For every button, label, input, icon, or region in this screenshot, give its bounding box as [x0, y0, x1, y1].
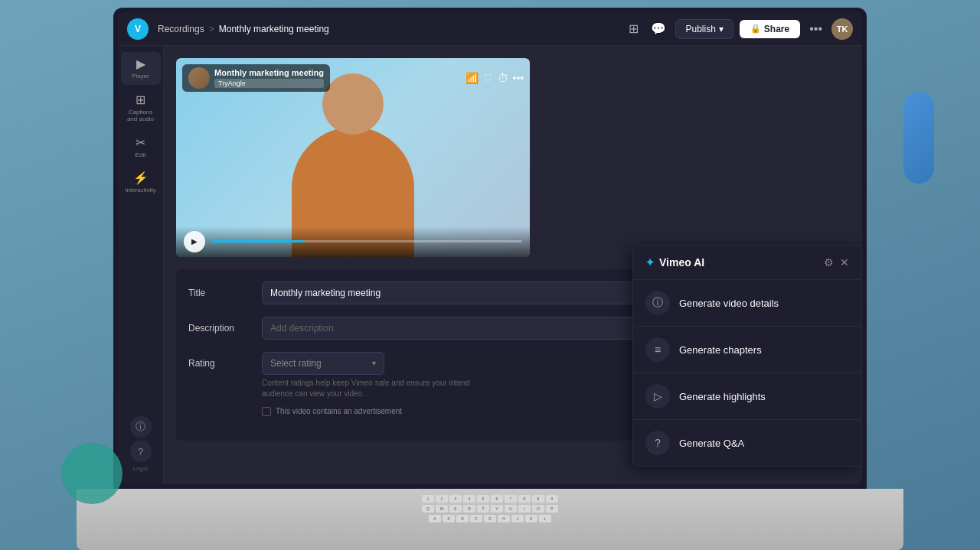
qa-icon: ?	[645, 431, 670, 455]
chevron-down-icon: ▾	[719, 24, 724, 34]
description-label: Description	[188, 317, 250, 334]
ai-title-text: Vimeo AI	[659, 256, 704, 268]
highlights-icon: ▷	[645, 384, 670, 408]
breadcrumb-separator: >	[209, 24, 214, 34]
sidebar-bottom: ⓘ ? Legal	[130, 416, 152, 478]
sidebar: ▶ Player ⊞ Captionsand audio ✂ Edit ⚡	[118, 46, 164, 484]
ai-generate-chapters[interactable]: ≡ Generate chapters	[633, 327, 861, 373]
video-channel-avatar	[188, 67, 210, 89]
rating-chevron-icon: ▾	[372, 359, 376, 367]
play-button[interactable]: ▶	[184, 231, 205, 252]
keyboard: 123 456 789 0 QWE RTY UIO P ASD FGH JKL	[77, 489, 903, 550]
ai-panel-title: ✦ Vimeo AI	[645, 256, 704, 268]
breadcrumb: Recordings > Monthly marketing meeting	[158, 24, 329, 34]
ad-checkbox[interactable]	[262, 407, 271, 416]
video-player[interactable]: Monthly marketing meeting TryAngle 📶 ♡ ⏱…	[176, 58, 530, 257]
ai-generate-highlights[interactable]: ▷ Generate highlights	[633, 373, 861, 420]
title-label: Title	[188, 282, 250, 298]
sidebar-label-edit: Edit	[136, 151, 146, 159]
ai-generate-details[interactable]: ⓘ Generate video details	[633, 280, 861, 327]
progress-fill	[211, 240, 305, 242]
ai-qa-label: Generate Q&A	[679, 438, 744, 449]
teal-decoration	[61, 443, 122, 504]
blue-cylinder-decoration	[903, 92, 934, 184]
sidebar-item-edit[interactable]: ✂ Edit	[121, 131, 161, 164]
ai-chapters-label: Generate chapters	[679, 344, 762, 356]
ad-checkbox-row: This video contains an advertisement	[262, 407, 492, 416]
publish-button[interactable]: Publish ▾	[675, 19, 733, 39]
breadcrumb-recordings[interactable]: Recordings	[158, 24, 204, 34]
breadcrumb-current: Monthly marketing meeting	[219, 24, 329, 34]
lock-icon: 🔒	[750, 24, 761, 34]
chat-button[interactable]: 💬	[648, 18, 669, 39]
keyboard-keys: 123 456 789 0 QWE RTY UIO P ASD FGH JKL	[77, 489, 903, 526]
ai-settings-button[interactable]: ⚙	[824, 256, 834, 268]
vimeo-logo: V	[127, 18, 149, 40]
share-label: Share	[764, 24, 789, 34]
rating-label: Rating	[188, 352, 250, 369]
clock-icon[interactable]: ⏱	[498, 72, 508, 84]
top-bar: V Recordings > Monthly marketing meeting…	[118, 12, 862, 46]
help-circle-button[interactable]: ?	[130, 441, 152, 462]
video-overlay-top: Monthly marketing meeting TryAngle 📶 ♡ ⏱…	[182, 64, 524, 92]
ad-label: This video contains an advertisement	[276, 407, 402, 415]
sidebar-label-interactivity: Interactivity	[125, 187, 155, 194]
ai-panel: ✦ Vimeo AI ⚙ ✕ ⓘ Generate video	[632, 245, 862, 467]
info-circle-button[interactable]: ⓘ	[130, 416, 152, 438]
chapters-icon: ≡	[645, 337, 670, 362]
video-title-info: Monthly marketing meeting TryAngle	[214, 68, 324, 88]
main-content: ▶ Player ⊞ Captionsand audio ✂ Edit ⚡	[118, 46, 862, 484]
wifi-icon[interactable]: 📶	[466, 72, 479, 84]
sidebar-label-player: Player	[132, 73, 149, 80]
ai-close-button[interactable]: ✕	[840, 256, 849, 268]
progress-bar[interactable]	[211, 240, 522, 242]
video-top-actions: 📶 ♡ ⏱ •••	[466, 72, 524, 84]
grid-view-button[interactable]: ⊞	[626, 18, 642, 39]
top-bar-actions: ⊞ 💬 Publish ▾ 🔒 Share ••• TK	[626, 18, 853, 40]
content-area: Monthly marketing meeting TryAngle 📶 ♡ ⏱…	[164, 46, 862, 484]
sparkle-icon: ✦	[645, 256, 655, 268]
sidebar-item-player[interactable]: ▶ Player	[121, 52, 161, 85]
avatar-initials: TK	[837, 24, 848, 34]
video-controls: ▶	[176, 226, 530, 257]
ai-panel-header-actions: ⚙ ✕	[824, 256, 849, 268]
rating-select[interactable]: Select rating ▾	[262, 352, 384, 375]
video-source-badge: TryAngle	[214, 79, 324, 88]
captions-icon: ⊞	[136, 93, 145, 107]
player-icon: ▶	[136, 57, 145, 71]
sidebar-label-captions: Captionsand audio	[127, 109, 154, 123]
ai-highlights-label: Generate highlights	[679, 391, 766, 402]
ai-panel-header: ✦ Vimeo AI ⚙ ✕	[633, 246, 861, 280]
legal-label: Legal	[133, 465, 149, 472]
video-title-text: Monthly marketing meeting	[214, 68, 324, 77]
rating-placeholder: Select rating	[270, 358, 322, 369]
heart-icon[interactable]: ♡	[483, 72, 493, 84]
user-avatar[interactable]: TK	[831, 18, 853, 40]
rating-help-text: Content ratings help keep Vimeo safe and…	[262, 378, 492, 399]
publish-label: Publish	[685, 24, 715, 34]
video-title-badge: Monthly marketing meeting TryAngle	[182, 64, 330, 92]
sidebar-item-captions[interactable]: ⊞ Captionsand audio	[121, 88, 161, 128]
info-icon: ⓘ	[645, 291, 670, 315]
share-button[interactable]: 🔒 Share	[740, 20, 800, 38]
more-icon[interactable]: •••	[513, 72, 524, 84]
more-options-button[interactable]: •••	[806, 19, 825, 39]
ai-details-label: Generate video details	[679, 298, 779, 309]
interactivity-icon: ⚡	[133, 171, 149, 185]
sidebar-item-interactivity[interactable]: ⚡ Interactivity	[121, 166, 161, 199]
rating-wrapper: Select rating ▾ Content ratings help kee…	[262, 352, 492, 416]
edit-icon: ✂	[136, 135, 145, 150]
ai-generate-qa[interactable]: ? Generate Q&A	[633, 420, 861, 466]
